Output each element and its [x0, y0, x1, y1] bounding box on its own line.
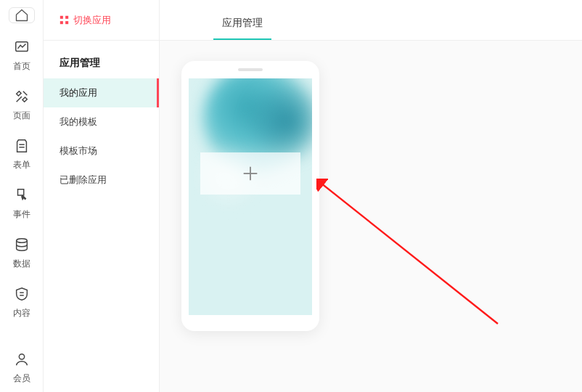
svg-rect-10 [65, 21, 68, 24]
rail-item-member[interactable]: 会员 [13, 351, 30, 385]
svg-rect-7 [60, 16, 63, 19]
home-icon [15, 8, 29, 23]
form-icon [14, 138, 30, 156]
svg-rect-8 [65, 16, 68, 19]
rail-item-content[interactable]: 内容 [13, 286, 30, 319]
tab-app-management[interactable]: 应用管理 [218, 17, 267, 40]
sidebar-list: 我的应用 我的模板 模板市场 已删除应用 [44, 78, 159, 195]
switch-app-label: 切换应用 [73, 14, 111, 27]
rail-item-label: 数据 [13, 258, 30, 270]
sidebar-title: 应用管理 [44, 41, 159, 78]
rail-item-data[interactable]: 数据 [13, 237, 30, 270]
home-button[interactable] [9, 7, 35, 23]
rail-item-label: 表单 [13, 159, 30, 171]
canvas [160, 41, 582, 392]
switch-app-button[interactable]: 切换应用 [44, 0, 159, 41]
rail-item-label: 页面 [13, 110, 30, 122]
svg-line-14 [321, 183, 498, 324]
rail-item-label: 首页 [13, 60, 30, 73]
chart-icon [14, 39, 30, 57]
add-app-button[interactable] [200, 152, 300, 195]
tabs: 应用管理 [160, 0, 582, 41]
main: 应用管理 [160, 0, 582, 392]
phone-mockup [181, 61, 319, 331]
event-icon [14, 187, 30, 205]
sidebar-item-deleted-apps[interactable]: 已删除应用 [44, 166, 159, 195]
rail-item-label: 内容 [13, 307, 30, 319]
annotation-arrow [316, 179, 505, 331]
phone-screen [189, 78, 312, 315]
rail-item-label: 会员 [13, 372, 30, 385]
nav-rail: 首页 页面 表单 事件 数据 内容 会员 ¥ [0, 0, 44, 392]
rail-item-home[interactable]: 首页 [13, 39, 30, 73]
database-icon [14, 237, 30, 255]
user-icon [14, 351, 30, 369]
svg-point-3 [16, 239, 27, 243]
plus-icon [240, 163, 261, 184]
sidebar-item-my-apps[interactable]: 我的应用 [44, 78, 159, 107]
svg-point-6 [19, 354, 24, 359]
phone-speaker [238, 68, 263, 71]
shield-icon [14, 286, 30, 304]
grid-icon [60, 15, 69, 25]
rail-item-page[interactable]: 页面 [13, 89, 30, 122]
sidebar: 切换应用 应用管理 我的应用 我的模板 模板市场 已删除应用 [44, 0, 160, 392]
rail-item-label: 事件 [13, 208, 30, 221]
sidebar-item-template-market[interactable]: 模板市场 [44, 136, 159, 166]
rail-item-form[interactable]: 表单 [13, 138, 30, 171]
tools-icon [14, 89, 30, 107]
sidebar-item-my-templates[interactable]: 我的模板 [44, 107, 159, 136]
rail-item-event[interactable]: 事件 [13, 187, 30, 221]
svg-rect-9 [60, 21, 63, 24]
